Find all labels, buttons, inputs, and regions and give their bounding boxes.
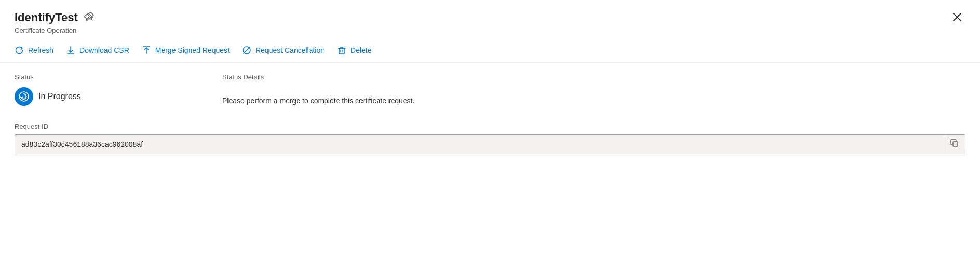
refresh-icon [15,46,24,55]
title-row: IdentifyTest [15,10,95,25]
in-progress-icon [15,87,33,106]
download-icon [66,46,75,55]
merge-signed-request-button[interactable]: Merge Signed Request [138,43,238,58]
download-csr-button[interactable]: Download CSR [62,43,138,58]
details-label: Status Details [222,73,965,81]
cancel-icon [242,46,251,55]
download-csr-label: Download CSR [79,46,129,54]
svg-rect-17 [953,142,958,146]
title-group: IdentifyTest Certificate Operation [15,10,95,34]
svg-line-8 [244,47,250,53]
details-section: Status Details Please perform a merge to… [212,73,965,116]
close-button[interactable] [949,10,965,25]
panel-subtitle: Certificate Operation [15,26,95,34]
merge-signed-label: Merge Signed Request [155,46,230,54]
status-section: Status In Progress [15,73,212,116]
status-label: Status [15,73,202,81]
merge-icon [142,46,151,55]
certificate-operation-panel: IdentifyTest Certificate Operation [0,0,980,274]
content-area: Status In Progress Status Details Please… [0,63,980,116]
request-id-input[interactable] [15,135,944,154]
request-cancellation-button[interactable]: Request Cancellation [238,43,333,58]
delete-button[interactable]: Delete [333,43,380,58]
details-message: Please perform a merge to complete this … [222,95,965,106]
refresh-button[interactable]: Refresh [15,43,62,58]
request-id-box [15,134,965,154]
toolbar: Refresh Download CSR Merge Signed Re [0,38,980,63]
status-text: In Progress [38,92,81,101]
delete-icon [337,46,346,55]
status-value-row: In Progress [15,87,202,106]
svg-rect-9 [339,48,344,54]
panel-title: IdentifyTest [15,10,78,25]
request-id-label: Request ID [15,122,965,130]
pin-icon[interactable] [84,11,95,24]
refresh-label: Refresh [28,46,53,54]
delete-label: Delete [351,46,371,54]
request-id-section: Request ID [0,116,980,154]
copy-button[interactable] [944,135,965,154]
panel-header: IdentifyTest Certificate Operation [0,0,980,38]
request-cancellation-label: Request Cancellation [256,46,325,54]
